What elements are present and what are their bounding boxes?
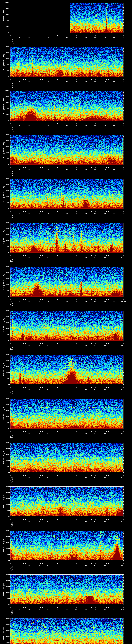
date-line-year: 2015 bbox=[8, 570, 16, 572]
y-tick-label: 600 bbox=[4, 586, 9, 587]
x-tick-label: 10 bbox=[26, 256, 32, 258]
y-tick-label: 1000 bbox=[4, 530, 9, 532]
x-tick-label: 50 bbox=[102, 520, 107, 522]
x-start-label: 12:04:00 bbox=[6, 37, 17, 39]
y-tick-label: 1000 bbox=[4, 574, 9, 575]
y-tick-label: 800 bbox=[4, 8, 9, 10]
x-tick-label: 20 bbox=[46, 213, 51, 214]
spectrogram-canvas bbox=[0, 616, 132, 644]
x-tick-label: 25 bbox=[55, 344, 60, 346]
spectrogram-strip: Frequency (Hz)0200400600800100012:05:005… bbox=[0, 44, 132, 88]
x-tick-label: 5 bbox=[17, 388, 22, 390]
x-tick-label: 55 bbox=[112, 125, 117, 126]
y-tick-label: 1000 bbox=[4, 354, 9, 356]
spectrogram-strip: Frequency (Hz)0200400600800100012:12:005… bbox=[0, 352, 132, 396]
x-tick-label: 35 bbox=[74, 432, 79, 434]
x-tick-label: 35 bbox=[74, 344, 79, 346]
x-tick-label: 50 bbox=[102, 344, 107, 346]
y-tick-label: 600 bbox=[4, 410, 9, 412]
x-tick-label: 40 bbox=[83, 608, 88, 610]
x-tick-label: 25 bbox=[55, 300, 60, 302]
x-tick-label: 45 bbox=[93, 81, 98, 82]
x-tick-label: 25 bbox=[55, 37, 60, 39]
y-tick-label: 200 bbox=[4, 290, 9, 292]
date-line-year: 2015 bbox=[8, 130, 16, 132]
x-tick-label: 35 bbox=[74, 608, 79, 610]
y-tick-label: 800 bbox=[4, 52, 9, 54]
y-tick-label: 800 bbox=[4, 140, 9, 142]
x-tick-label: 40 bbox=[83, 520, 88, 522]
spectrogram-strip: Frequency (Hz)0200400600800100012:15:005… bbox=[0, 484, 132, 528]
y-tick-label: 0 bbox=[4, 76, 9, 78]
x-tick-label: 45 bbox=[93, 300, 98, 302]
x-tick-label: 20 bbox=[46, 388, 51, 390]
x-tick-label: 45 bbox=[93, 432, 98, 434]
x-tick-label: 45 bbox=[93, 564, 98, 566]
x-tick-label: 25 bbox=[55, 169, 60, 170]
x-end-label: 6:00 bbox=[120, 81, 127, 82]
x-tick-label: 5 bbox=[17, 169, 22, 170]
x-start-label: 12:06:00 bbox=[6, 125, 17, 126]
x-tick-label: 45 bbox=[93, 213, 98, 214]
x-start-label: 12:15:00 bbox=[6, 520, 17, 522]
x-end-label: 13:00 bbox=[120, 388, 127, 390]
y-tick-label: 800 bbox=[4, 580, 9, 581]
x-tick-label: 20 bbox=[46, 169, 51, 170]
y-tick-label: 600 bbox=[4, 630, 9, 631]
x-tick-label: 50 bbox=[102, 388, 107, 390]
x-tick-label: 5 bbox=[17, 256, 22, 258]
date-line-month: Sep bbox=[8, 260, 16, 262]
x-tick-label: 15 bbox=[36, 213, 41, 214]
y-tick-label: 0 bbox=[4, 296, 9, 298]
x-tick-label: 5 bbox=[17, 213, 22, 214]
y-tick-label: 600 bbox=[4, 190, 9, 192]
x-tick-label: 45 bbox=[93, 344, 98, 346]
x-tick-label: 10 bbox=[26, 300, 32, 302]
x-tick-label: 20 bbox=[46, 520, 51, 522]
y-axis-title: Frequency (Hz) bbox=[3, 361, 5, 378]
spectrogram-strip: Frequency (Hz)0200400600800100012:16:005… bbox=[0, 528, 132, 572]
x-tick-label: 45 bbox=[93, 388, 98, 390]
spectrogram-wall: { "figure": { "y_axis_title": "Frequency… bbox=[0, 0, 132, 644]
x-tick-label: 35 bbox=[74, 213, 79, 214]
y-tick-label: 0 bbox=[4, 516, 9, 517]
x-tick-label: 50 bbox=[102, 256, 107, 258]
spectrogram-strip: Frequency (Hz)0200400600800100012:13:005… bbox=[0, 396, 132, 440]
date-line-month: Sep bbox=[8, 524, 16, 526]
spectrogram-strip: Frequency (Hz)0200400600800100012:10:005… bbox=[0, 264, 132, 308]
x-tick-label: 10 bbox=[26, 81, 32, 82]
x-tick-label: 35 bbox=[74, 37, 79, 39]
y-tick-label: 1000 bbox=[4, 486, 9, 488]
y-tick-label: 200 bbox=[4, 642, 9, 643]
date-line-month: Sep bbox=[8, 40, 16, 42]
x-tick-label: 15 bbox=[36, 256, 41, 258]
date-line-day: 16 bbox=[8, 170, 16, 172]
y-tick-label: 800 bbox=[4, 536, 9, 537]
y-tick-label: 0 bbox=[4, 384, 9, 385]
spectrogram-strip: Frequency (Hz)0200400600800100012:09:005… bbox=[0, 220, 132, 264]
x-tick-label: 30 bbox=[64, 37, 70, 39]
x-tick-label: 5 bbox=[17, 608, 22, 610]
x-tick-label: 30 bbox=[64, 432, 70, 434]
date-line-month: Sep bbox=[8, 304, 16, 306]
y-tick-label: 200 bbox=[4, 334, 9, 336]
date-line-year: 2015 bbox=[8, 394, 16, 396]
y-tick-label: 400 bbox=[4, 460, 9, 461]
x-start-label: 12:17:00 bbox=[6, 608, 17, 610]
x-tick-label: 5 bbox=[17, 125, 22, 126]
x-tick-label: 10 bbox=[26, 344, 32, 346]
y-axis-title: Frequency (Hz) bbox=[3, 54, 5, 70]
x-start-label: 12:07:00 bbox=[6, 169, 17, 170]
date-line-year: 2015 bbox=[8, 306, 16, 308]
y-tick-label: 200 bbox=[4, 202, 9, 204]
date-line-day: 16 bbox=[8, 390, 16, 392]
x-start-label: 12:09:00 bbox=[6, 256, 17, 258]
x-tick-label: 55 bbox=[112, 256, 117, 258]
x-tick-label: 55 bbox=[112, 608, 117, 610]
x-tick-label: 30 bbox=[64, 213, 70, 214]
y-tick-label: 600 bbox=[4, 146, 9, 148]
date-line-year: 2015 bbox=[8, 174, 16, 176]
y-axis-title: Frequency (Hz) bbox=[3, 493, 5, 510]
y-tick-label: 600 bbox=[4, 14, 9, 16]
y-axis-title: Frequency (Hz) bbox=[3, 185, 5, 202]
